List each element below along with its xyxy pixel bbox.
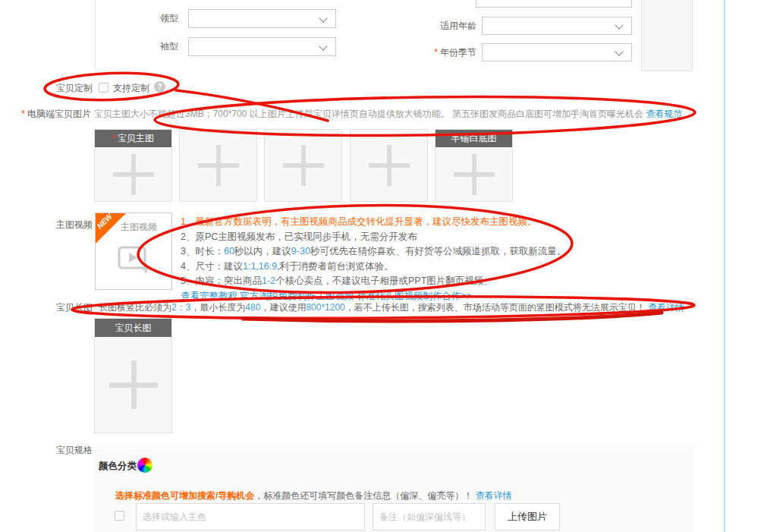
collar-type-label: 领型 (86, 12, 178, 25)
main-color-input[interactable] (136, 503, 365, 530)
upload-slot-2[interactable] (179, 129, 257, 202)
color-promo-text: 选择标准颜色可增加搜索/导购机会，标准颜色还可填写颜色备注信息（偏深、偏亮等）！… (115, 490, 512, 502)
plus-icon (109, 360, 158, 409)
color-note-input[interactable] (373, 503, 486, 530)
specs-label: 宝贝规格 (0, 444, 93, 457)
video-tip-line: 3、时长：60秒以内，建议9-30秒可优先在猜你喜欢、有好货等公域频道抓取，获取… (181, 244, 583, 260)
text-segment: 秒可优先在猜你喜欢、有好货等公域频道抓取，获取新流量。 (310, 246, 567, 257)
inline-link[interactable]: 官方淘拍免费制作主图视频 (240, 291, 354, 301)
view-spec-link[interactable]: 查看规范 (646, 109, 682, 119)
chevron-down-icon (319, 14, 327, 22)
white-bg-slot-header: 半铺白底图 (436, 130, 512, 147)
required-asterisk: * (112, 134, 115, 143)
text-segment: 秒以内，建议 (234, 246, 291, 257)
text-segment: 宝贝主图大小不能超过3MB；700*700 以上图片上传后宝贝详情页自动提供放大… (94, 109, 646, 119)
required-asterisk: * (21, 109, 25, 119)
video-plus-icon (117, 245, 150, 274)
plus-icon (113, 154, 154, 195)
video-box-label: 主图视频 (106, 221, 171, 234)
upload-slot-3[interactable] (264, 129, 342, 202)
text-segment: ，若不上传长图，搜索列表、市场活动等页面的竖图模式将无法展示宝贝！ (345, 302, 646, 313)
video-tip-line: 5、内容：突出商品1-2个核心卖点，不建议电子相册或PPT图片翻页视频、 (181, 274, 583, 289)
video-tip-line: 2、原PC主图视频发布，已实现同步手机，无需分开发布 (181, 230, 583, 245)
text-segment: 3、时长： (181, 246, 224, 257)
upload-area (436, 147, 512, 201)
video-tip-line: 1、最新官方数据表明，有主图视频商品成交转化提升显著，建议尽快发布主图视频。 (181, 215, 583, 230)
text-segment: 1:1,16:9 (243, 261, 277, 272)
color-class-label: 颜色分类 (99, 460, 137, 473)
text-segment: 1-2 (262, 275, 275, 286)
support-customization-text[interactable]: 支持定制 (113, 82, 149, 95)
inline-link[interactable]: 查看详情 (646, 302, 684, 313)
attribute-panel-left-border (95, 0, 96, 71)
season-select[interactable] (482, 43, 632, 61)
video-tips-list: 1、最新官方数据表明，有主图视频商品成交转化提升显著，建议尽快发布主图视频。 2… (181, 215, 583, 304)
inline-link[interactable]: 标准化头图视频制作合作>> (357, 291, 472, 301)
text-segment: 60 (224, 246, 234, 257)
text-segment: 1、最新官方数据表明，有主图视频商品成交转化提升显著，建议尽快发布主图视频。 (181, 216, 536, 227)
text-segment: ,利于消费者前台浏览体验。 (277, 261, 393, 272)
plus-icon (369, 145, 410, 186)
text-segment: 5、内容：突出商品 (181, 275, 262, 286)
plus-icon (454, 154, 495, 195)
inline-link[interactable]: 查看详情 (476, 490, 512, 501)
main-image-slot-header: *宝贝主图 (95, 130, 171, 147)
text-segment: 4、尺寸：建议 (181, 261, 243, 272)
right-side-partial-panel (641, 0, 693, 71)
text-segment: 长图横竖比必须为 (99, 302, 171, 313)
help-icon[interactable]: ? (154, 81, 165, 93)
text-segment: 2：3 (171, 302, 190, 313)
support-customization-checkbox[interactable] (99, 83, 108, 93)
main-video-label: 主图视频 (0, 219, 93, 231)
plus-icon (198, 145, 239, 186)
text-segment: 选择标准颜色可增加搜索/导购机会 (115, 490, 254, 501)
customization-label: 宝贝定制 (0, 82, 93, 95)
right-divider-line (724, 0, 725, 532)
partial-select-cutoff[interactable] (476, 0, 632, 8)
upload-area (95, 337, 171, 433)
text-segment: ，建议使用 (260, 302, 306, 313)
product-edit-page: 领型 袖型 适用年龄 *年份季节 宝贝定制 支持定制 ? *电脑端宝贝图片 宝贝… (0, 0, 761, 532)
chevron-down-icon (615, 47, 623, 55)
text-segment: 9-30 (291, 246, 310, 257)
upload-image-button[interactable]: 上传图片 (495, 503, 560, 530)
long-image-description: 长图横竖比必须为2：3，最小长度为480，建议使用800*1200，若不上传长图… (99, 301, 684, 314)
plus-icon (283, 145, 324, 186)
upload-area (95, 147, 171, 201)
long-image-slot-header: 宝贝长图 (95, 319, 171, 337)
text-segment: ，标准颜色还可填写颜色备注信息（偏深、偏亮等）！ (254, 490, 475, 501)
chevron-down-icon (615, 20, 623, 29)
upload-slot-4[interactable] (350, 129, 428, 202)
video-tip-line: 4、尺寸：建议1:1,16:9,利于消费者前台浏览体验。 (181, 260, 583, 275)
upload-slot-main-image[interactable]: *宝贝主图 (94, 129, 172, 202)
text-segment: 480 (245, 302, 260, 313)
color-wheel-icon (137, 458, 153, 473)
color-row-checkbox[interactable] (115, 511, 124, 521)
collar-type-select[interactable] (188, 9, 336, 28)
upload-slot-long-image[interactable]: 宝贝长图 (94, 318, 172, 433)
age-range-label: 适用年龄 (384, 20, 476, 33)
pc-images-label: *电脑端宝贝图片 (0, 108, 91, 121)
upload-slot-white-bg[interactable]: 半铺白底图 (435, 129, 513, 202)
text-segment: ，最小长度为 (190, 302, 245, 313)
inline-link[interactable]: 查看完整教程 (181, 291, 237, 301)
sleeve-type-select[interactable] (188, 37, 336, 56)
text-segment: 800*1200 (306, 302, 344, 313)
required-asterisk: * (434, 47, 438, 58)
long-image-label: 宝贝长图 (0, 301, 93, 314)
sleeve-type-label: 袖型 (86, 40, 178, 53)
chevron-down-icon (319, 42, 327, 50)
pc-images-description: 宝贝主图大小不能超过3MB；700*700 以上图片上传后宝贝详情页自动提供放大… (94, 108, 682, 121)
age-range-select[interactable] (482, 17, 632, 35)
text-segment: 2、原PC主图视频发布，已实现同步手机，无需分开发布 (181, 231, 417, 242)
text-segment: 个核心卖点，不建议电子相册或PPT图片翻页视频、 (275, 275, 493, 286)
season-label: *年份季节 (376, 46, 476, 59)
video-upload-box[interactable]: NEW 主图视频 (95, 212, 172, 290)
